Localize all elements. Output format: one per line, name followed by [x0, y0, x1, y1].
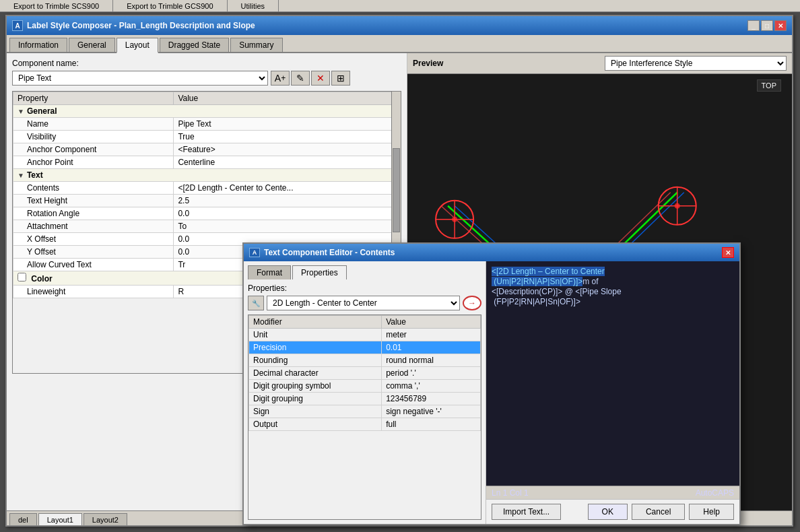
cancel-button[interactable]: Cancel — [632, 504, 685, 520]
color-checkbox[interactable] — [18, 273, 26, 281]
modifier-value[interactable]: 0.01 — [382, 341, 481, 354]
modifier-value[interactable]: 123456789 — [382, 393, 481, 405]
modifier-value[interactable]: round normal — [382, 354, 481, 367]
expander-general[interactable]: ▼ — [18, 108, 24, 115]
value-col-header2: Value — [382, 316, 481, 329]
expander-text[interactable]: ▼ — [18, 172, 24, 179]
prop-name: Rotation Angle — [13, 207, 174, 220]
modifier-row-grouping: Digit grouping 123456789 — [249, 393, 481, 405]
prop-value[interactable]: True — [174, 131, 401, 143]
modifier-name[interactable]: Unit — [249, 329, 382, 341]
preview-header: Preview Pipe Interference Style — [407, 53, 792, 74]
modifier-row-grouping-symbol: Digit grouping symbol comma ',' — [249, 380, 481, 393]
top-bar: Export to Trimble SCS900 Export to Trimb… — [0, 0, 800, 12]
prop-name: Anchor Component — [13, 143, 174, 156]
table-row: Rotation Angle 0.0 — [13, 207, 401, 220]
delete-component-button[interactable]: ✕ — [311, 71, 330, 86]
prop-value[interactable]: Centerline — [174, 156, 401, 169]
preview-label: Preview — [413, 59, 443, 68]
component-name-select[interactable]: Pipe Text — [12, 71, 268, 86]
tab-summary[interactable]: Summary — [230, 38, 282, 52]
modifier-name[interactable]: Decimal character — [249, 367, 382, 380]
modifier-name[interactable]: Precision — [249, 341, 382, 354]
cursor-position: Ln 1 Col 1 — [492, 488, 529, 498]
dialog-tab-properties[interactable]: Properties — [292, 265, 347, 279]
window-title: Label Style Composer - Plan_Length Descr… — [27, 21, 747, 30]
modifier-row-rounding: Rounding round normal — [249, 354, 481, 367]
table-row: Visibility True — [13, 131, 401, 143]
help-button[interactable]: Help — [689, 504, 734, 520]
preview-style-select[interactable]: Pipe Interference Style — [605, 56, 787, 71]
modifier-value[interactable]: period '.' — [382, 367, 481, 380]
modifier-name[interactable]: Rounding — [249, 354, 382, 367]
edit-component-button[interactable]: ✎ — [291, 71, 310, 86]
prop-name: Contents — [13, 182, 174, 195]
window-controls: _ □ ✕ — [747, 20, 787, 31]
modifier-name[interactable]: Digit grouping — [249, 393, 382, 405]
minimize-button[interactable]: _ — [747, 20, 760, 31]
modifier-value[interactable]: meter — [382, 329, 481, 341]
modifier-value[interactable]: comma ',' — [382, 380, 481, 393]
dialog-icon: A — [249, 248, 260, 257]
copy-component-button[interactable]: ⊞ — [331, 71, 350, 86]
properties-label: Properties: — [248, 284, 481, 293]
dialog-left-panel: Format Properties Properties: 🔧 2D Lengt… — [244, 261, 486, 524]
modifier-col-header: Modifier — [249, 316, 382, 329]
prop-name: X Offset — [13, 233, 174, 246]
table-row: Anchor Component <Feature> — [13, 143, 401, 156]
contents-value[interactable]: <[2D Length - Center to Cente... — [174, 182, 401, 195]
modifier-name[interactable]: Output — [249, 418, 382, 431]
modifier-table: Modifier Value Unit meter Precision 0.01 — [248, 315, 481, 431]
scrollbar-thumb[interactable] — [393, 148, 400, 232]
modifier-name[interactable]: Digit grouping symbol — [249, 380, 382, 393]
app-icon: A — [12, 20, 23, 31]
text-display-area[interactable]: <[2D Length – Center to Center (Um|P2|RN… — [486, 261, 739, 486]
prop-value[interactable]: <Feature> — [174, 143, 401, 156]
close-button[interactable]: ✕ — [774, 20, 787, 31]
modifier-name[interactable]: Sign — [249, 405, 382, 418]
dialog-tab-format[interactable]: Format — [248, 265, 291, 279]
prop-value[interactable]: 0.0 — [174, 207, 401, 220]
section-text-label: Text — [27, 170, 43, 180]
tab-layout[interactable]: Layout — [116, 38, 158, 53]
modifier-row-output: Output full — [249, 418, 481, 431]
add-component-button[interactable]: A+ — [271, 71, 290, 86]
prop-name: Allow Curved Text — [13, 259, 174, 271]
prop-value[interactable]: 2.5 — [174, 195, 401, 207]
modifier-value[interactable]: full — [382, 418, 481, 431]
dialog-title-text: Text Component Editor - Contents — [264, 248, 395, 257]
bottom-tab-layout2[interactable]: Layout2 — [84, 513, 127, 525]
bottom-tab-layout1[interactable]: Layout1 — [38, 513, 82, 525]
prop-name: Lineweight — [13, 286, 174, 298]
property-dropdown[interactable]: 2D Length - Center to Center Length - Ce… — [267, 296, 460, 310]
prop-value[interactable]: To — [174, 220, 401, 233]
section-general: ▼General — [13, 105, 401, 118]
bottom-tab-del[interactable]: del — [9, 513, 37, 525]
ok-button[interactable]: OK — [588, 504, 628, 520]
prop-value[interactable]: Pipe Text — [174, 118, 401, 131]
import-text-button[interactable]: Import Text... — [492, 504, 561, 520]
export-scs900[interactable]: Export to Trimble SCS900 — [0, 0, 113, 11]
section-general-label: General — [27, 106, 57, 116]
value-col-header: Value — [174, 92, 401, 105]
prop-name: Name — [13, 118, 174, 131]
tab-general[interactable]: General — [69, 38, 115, 52]
dialog-close-button[interactable]: ✕ — [722, 247, 734, 258]
modifier-row-precision: Precision 0.01 — [249, 341, 481, 354]
modifier-row-decimal: Decimal character period '.' — [249, 367, 481, 380]
table-row: Contents <[2D Length - Center to Cente..… — [13, 182, 401, 195]
modifier-row-unit: Unit meter — [249, 329, 481, 341]
component-name-row: Pipe Text A+ ✎ ✕ ⊞ — [12, 71, 401, 86]
prop-name: Anchor Point — [13, 156, 174, 169]
dialog-action-area: Import Text... OK Cancel Help — [486, 499, 739, 524]
export-gcs900[interactable]: Export to Trimble GCS900 — [113, 0, 227, 11]
property-select-row: 🔧 2D Length - Center to Center Length - … — [248, 296, 481, 310]
dialog-content: Format Properties Properties: 🔧 2D Lengt… — [244, 261, 739, 524]
maximize-button[interactable]: □ — [761, 20, 773, 31]
insert-property-button[interactable]: → — [463, 296, 481, 310]
table-row: Attachment To — [13, 220, 401, 233]
tab-dragged-state[interactable]: Dragged State — [160, 38, 229, 52]
tab-information[interactable]: Information — [9, 38, 67, 52]
utilities[interactable]: Utilities — [228, 0, 279, 11]
modifier-value[interactable]: sign negative '-' — [382, 405, 481, 418]
